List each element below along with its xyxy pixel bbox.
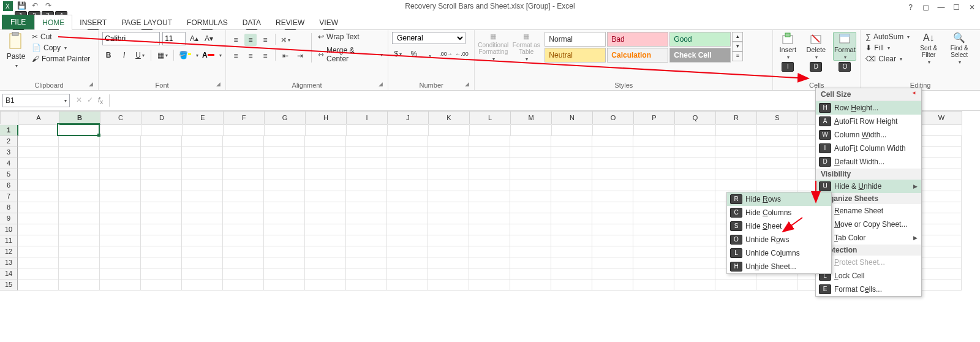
cell[interactable]	[305, 224, 346, 235]
cell[interactable]	[182, 147, 223, 158]
paste-button[interactable]: Paste ▾	[4, 32, 28, 69]
cell[interactable]	[510, 235, 551, 246]
cell[interactable]	[921, 136, 962, 147]
cell[interactable]	[756, 279, 797, 291]
cell[interactable]	[592, 235, 633, 246]
cell[interactable]	[552, 125, 593, 136]
percent-icon[interactable]: %	[408, 48, 420, 60]
cell[interactable]	[510, 279, 551, 291]
menu-hide-sheet[interactable]: SHide Sheet	[727, 219, 831, 233]
column-header-P[interactable]: P	[634, 111, 675, 124]
cell[interactable]	[469, 279, 510, 291]
row-header-3[interactable]: 3	[0, 147, 18, 158]
cell[interactable]	[223, 257, 264, 268]
cell[interactable]	[59, 191, 100, 202]
cell[interactable]	[100, 169, 141, 180]
cell[interactable]	[305, 169, 346, 180]
cell[interactable]	[469, 169, 510, 180]
cell[interactable]	[715, 158, 756, 169]
cell[interactable]	[305, 202, 346, 213]
style-bad[interactable]: Bad	[607, 32, 668, 47]
cell[interactable]	[469, 202, 510, 213]
cell[interactable]	[182, 202, 223, 213]
cell[interactable]	[470, 125, 511, 136]
cell[interactable]	[346, 136, 387, 147]
cell[interactable]	[428, 158, 469, 169]
cell[interactable]	[387, 213, 428, 224]
menu-hide-columns[interactable]: CHide Columns	[727, 206, 831, 219]
cell[interactable]	[921, 180, 962, 191]
column-header-R[interactable]: R	[716, 111, 757, 124]
cell[interactable]	[388, 125, 429, 136]
cell[interactable]	[141, 125, 183, 136]
cell[interactable]	[429, 125, 470, 136]
increase-decimal-icon[interactable]: .00→	[440, 48, 452, 60]
cell[interactable]	[59, 202, 100, 213]
cell[interactable]	[18, 180, 59, 191]
cell[interactable]	[18, 191, 59, 202]
cell[interactable]	[347, 125, 388, 136]
cell[interactable]	[305, 257, 346, 268]
cell[interactable]	[428, 202, 469, 213]
tab-review[interactable]: REVIEWR	[268, 15, 312, 29]
number-format-combo[interactable]: General	[392, 32, 466, 44]
cell[interactable]	[100, 125, 141, 136]
cell[interactable]	[756, 169, 797, 180]
cell[interactable]	[593, 125, 634, 136]
align-bottom-icon[interactable]: ≡	[259, 34, 271, 46]
cell[interactable]	[921, 224, 962, 235]
cell[interactable]	[592, 169, 633, 180]
cell[interactable]	[18, 147, 59, 158]
cell[interactable]	[305, 158, 346, 169]
cell[interactable]	[756, 136, 797, 147]
cell[interactable]	[182, 158, 223, 169]
cell[interactable]	[223, 246, 264, 257]
cell[interactable]	[387, 246, 428, 257]
cell[interactable]	[18, 136, 59, 147]
cell[interactable]	[59, 268, 100, 279]
cell[interactable]	[510, 136, 551, 147]
row-header-5[interactable]: 5	[0, 169, 18, 180]
cell[interactable]	[100, 268, 141, 279]
cell[interactable]	[469, 268, 510, 279]
row-header-4[interactable]: 4	[0, 158, 18, 169]
column-header-J[interactable]: J	[388, 111, 429, 124]
cell[interactable]	[510, 246, 551, 257]
row-header-1[interactable]: 1	[0, 125, 18, 136]
cell[interactable]	[346, 180, 387, 191]
row-header-10[interactable]: 10	[0, 224, 18, 235]
underline-button[interactable]: U▾	[134, 49, 146, 61]
format-cells-button[interactable]: Format▾ O	[833, 32, 856, 61]
cell[interactable]	[141, 224, 182, 235]
cell[interactable]	[264, 224, 305, 235]
font-color-button[interactable]: A	[202, 49, 214, 61]
cell[interactable]	[305, 213, 346, 224]
cell[interactable]	[551, 268, 592, 279]
cell[interactable]	[510, 268, 551, 279]
orientation-icon[interactable]: ⤭▾	[279, 34, 292, 46]
cell[interactable]	[141, 180, 182, 191]
cell[interactable]	[510, 213, 551, 224]
cell[interactable]	[592, 191, 633, 202]
cell[interactable]	[305, 180, 346, 191]
row-header-7[interactable]: 7	[0, 191, 18, 202]
wrap-text-button[interactable]: ↩Wrap Text	[317, 32, 384, 42]
column-header-G[interactable]: G	[265, 111, 306, 124]
cell[interactable]	[346, 257, 387, 268]
borders-button[interactable]: ▦▾	[156, 49, 168, 61]
fill-color-button[interactable]: 🪣	[179, 49, 191, 61]
cell[interactable]	[264, 257, 305, 268]
name-box[interactable]: B1▾	[2, 94, 70, 107]
cell[interactable]	[18, 125, 59, 136]
cell[interactable]	[183, 125, 224, 136]
style-calculation[interactable]: Calculation	[607, 48, 668, 63]
cell[interactable]	[592, 268, 633, 279]
cell[interactable]	[469, 257, 510, 268]
cell[interactable]	[182, 246, 223, 257]
styles-more[interactable]: ≡	[732, 51, 743, 61]
tab-formulas[interactable]: FORMULASM	[179, 15, 235, 29]
cell[interactable]	[633, 191, 674, 202]
row-header-13[interactable]: 13	[0, 257, 18, 268]
row-header-14[interactable]: 14	[0, 268, 18, 279]
cell[interactable]	[633, 158, 674, 169]
